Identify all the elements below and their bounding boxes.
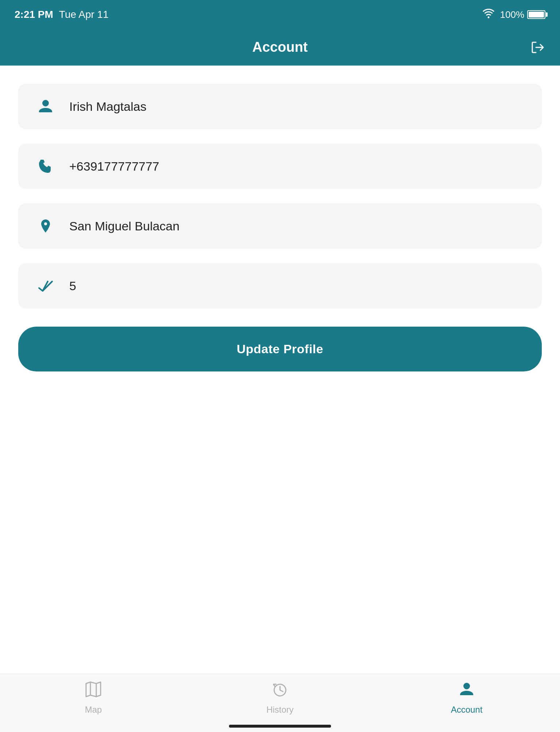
- tab-history[interactable]: History: [187, 681, 373, 715]
- status-date: Tue Apr 11: [59, 9, 109, 20]
- update-profile-button[interactable]: Update Profile: [18, 327, 542, 371]
- status-bar: 2:21 PM Tue Apr 11 100%: [0, 0, 560, 29]
- user-name: Irish Magtalas: [69, 100, 147, 114]
- main-content: Irish Magtalas +639177777777 San Miguel …: [0, 66, 560, 390]
- tab-map[interactable]: Map: [0, 681, 187, 715]
- score-card: 5: [18, 263, 542, 308]
- tab-account[interactable]: Account: [373, 681, 560, 715]
- name-card: Irish Magtalas: [18, 84, 542, 129]
- wifi-icon: [483, 8, 494, 21]
- location-icon: [36, 218, 55, 234]
- user-score: 5: [69, 279, 76, 293]
- history-icon: [272, 681, 288, 701]
- battery-icon: [527, 10, 545, 19]
- account-icon: [459, 681, 475, 701]
- status-time: 2:21 PM: [15, 9, 53, 20]
- tab-account-label: Account: [451, 705, 483, 715]
- map-icon: [85, 681, 101, 701]
- battery-container: 100%: [500, 9, 546, 20]
- check-icon: [36, 278, 55, 294]
- person-icon: [36, 98, 55, 114]
- home-indicator: [229, 725, 331, 728]
- status-bar-right: 100%: [483, 8, 546, 21]
- user-phone: +639177777777: [69, 159, 159, 174]
- header: Account: [0, 29, 560, 66]
- battery-fill: [529, 12, 544, 17]
- battery-text: 100%: [500, 9, 525, 20]
- status-bar-left: 2:21 PM Tue Apr 11: [15, 9, 109, 20]
- svg-marker-1: [86, 682, 101, 697]
- location-card: San Miguel Bulacan: [18, 203, 542, 249]
- phone-icon: [36, 158, 55, 174]
- bottom-nav: Map History Account: [0, 674, 560, 732]
- logout-button[interactable]: [529, 39, 545, 55]
- tab-map-label: Map: [85, 705, 102, 715]
- tab-history-label: History: [267, 705, 294, 715]
- header-title: Account: [252, 39, 308, 55]
- phone-card: +639177777777: [18, 144, 542, 189]
- user-location: San Miguel Bulacan: [69, 219, 179, 233]
